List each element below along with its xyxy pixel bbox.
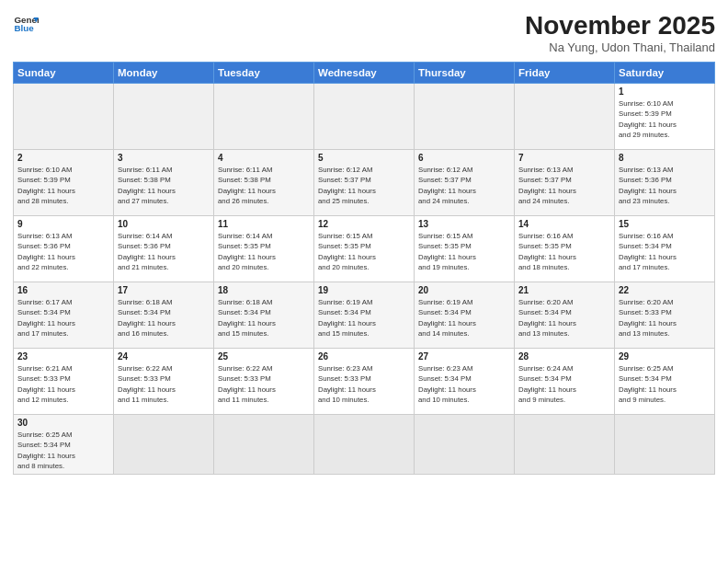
table-row (415, 415, 515, 475)
day-info: Sunrise: 6:10 AM Sunset: 5:39 PM Dayligh… (17, 165, 109, 206)
table-row: 12Sunrise: 6:15 AM Sunset: 5:35 PM Dayli… (314, 216, 415, 282)
day-number: 13 (418, 219, 510, 229)
day-number: 29 (619, 351, 711, 362)
table-row (314, 415, 415, 475)
table-row (314, 84, 415, 150)
table-row (114, 84, 214, 150)
day-info: Sunrise: 6:10 AM Sunset: 5:39 PM Dayligh… (619, 98, 711, 140)
day-number: 28 (518, 351, 610, 362)
calendar-week-row: 23Sunrise: 6:21 AM Sunset: 5:33 PM Dayli… (14, 349, 715, 415)
day-info: Sunrise: 6:18 AM Sunset: 5:34 PM Dayligh… (118, 297, 210, 339)
day-number: 24 (118, 351, 210, 362)
day-number: 2 (17, 153, 109, 163)
table-row: 10Sunrise: 6:14 AM Sunset: 5:36 PM Dayli… (114, 216, 214, 282)
table-row (615, 415, 715, 475)
table-row: 8Sunrise: 6:13 AM Sunset: 5:36 PM Daylig… (615, 150, 715, 216)
day-number: 16 (17, 285, 109, 295)
day-info: Sunrise: 6:25 AM Sunset: 5:34 PM Dayligh… (17, 430, 109, 471)
day-info: Sunrise: 6:19 AM Sunset: 5:34 PM Dayligh… (318, 297, 410, 339)
day-number: 7 (518, 153, 610, 163)
header-wednesday: Wednesday (314, 63, 415, 84)
day-number: 14 (518, 219, 610, 229)
logo: General Blue (13, 11, 39, 37)
table-row (415, 84, 515, 150)
header-saturday: Saturday (615, 63, 715, 84)
day-number: 4 (218, 153, 310, 163)
table-row (14, 84, 114, 150)
day-number: 6 (418, 153, 510, 163)
header: General Blue November 2025 Na Yung, Udon… (13, 11, 715, 54)
day-number: 8 (619, 153, 711, 163)
day-number: 23 (17, 351, 109, 362)
location: Na Yung, Udon Thani, Thailand (525, 40, 715, 54)
day-info: Sunrise: 6:15 AM Sunset: 5:35 PM Dayligh… (418, 231, 510, 272)
day-info: Sunrise: 6:22 AM Sunset: 5:33 PM Dayligh… (218, 363, 310, 405)
table-row: 27Sunrise: 6:23 AM Sunset: 5:34 PM Dayli… (415, 349, 515, 415)
table-row (515, 84, 615, 150)
day-info: Sunrise: 6:24 AM Sunset: 5:34 PM Dayligh… (518, 363, 610, 405)
table-row (214, 415, 314, 475)
table-row: 13Sunrise: 6:15 AM Sunset: 5:35 PM Dayli… (415, 216, 515, 282)
table-row: 6Sunrise: 6:12 AM Sunset: 5:37 PM Daylig… (415, 150, 515, 216)
table-row: 4Sunrise: 6:11 AM Sunset: 5:38 PM Daylig… (214, 150, 314, 216)
day-info: Sunrise: 6:12 AM Sunset: 5:37 PM Dayligh… (318, 165, 410, 206)
table-row: 9Sunrise: 6:13 AM Sunset: 5:36 PM Daylig… (14, 216, 114, 282)
calendar-week-row: 30Sunrise: 6:25 AM Sunset: 5:34 PM Dayli… (14, 415, 715, 475)
day-info: Sunrise: 6:23 AM Sunset: 5:34 PM Dayligh… (418, 363, 510, 405)
calendar-week-row: 1Sunrise: 6:10 AM Sunset: 5:39 PM Daylig… (14, 84, 715, 150)
table-row: 24Sunrise: 6:22 AM Sunset: 5:33 PM Dayli… (114, 349, 214, 415)
table-row: 5Sunrise: 6:12 AM Sunset: 5:37 PM Daylig… (314, 150, 415, 216)
day-info: Sunrise: 6:12 AM Sunset: 5:37 PM Dayligh… (418, 165, 510, 206)
day-number: 11 (218, 219, 310, 229)
day-info: Sunrise: 6:20 AM Sunset: 5:34 PM Dayligh… (518, 297, 610, 339)
calendar: Sunday Monday Tuesday Wednesday Thursday… (13, 62, 715, 475)
table-row: 28Sunrise: 6:24 AM Sunset: 5:34 PM Dayli… (515, 349, 615, 415)
day-number: 15 (619, 219, 711, 229)
day-info: Sunrise: 6:23 AM Sunset: 5:33 PM Dayligh… (318, 363, 410, 405)
calendar-week-row: 9Sunrise: 6:13 AM Sunset: 5:36 PM Daylig… (14, 216, 715, 282)
day-number: 22 (619, 285, 711, 295)
day-number: 1 (619, 86, 711, 97)
calendar-week-row: 16Sunrise: 6:17 AM Sunset: 5:34 PM Dayli… (14, 282, 715, 349)
table-row: 15Sunrise: 6:16 AM Sunset: 5:34 PM Dayli… (615, 216, 715, 282)
table-row: 22Sunrise: 6:20 AM Sunset: 5:33 PM Dayli… (615, 282, 715, 349)
day-info: Sunrise: 6:18 AM Sunset: 5:34 PM Dayligh… (218, 297, 310, 339)
day-number: 5 (318, 153, 410, 163)
day-info: Sunrise: 6:21 AM Sunset: 5:33 PM Dayligh… (17, 363, 109, 405)
table-row: 19Sunrise: 6:19 AM Sunset: 5:34 PM Dayli… (314, 282, 415, 349)
day-number: 12 (318, 219, 410, 229)
day-number: 18 (218, 285, 310, 295)
month-title: November 2025 (525, 11, 715, 40)
day-number: 19 (318, 285, 410, 295)
table-row: 3Sunrise: 6:11 AM Sunset: 5:38 PM Daylig… (114, 150, 214, 216)
table-row (114, 415, 214, 475)
day-info: Sunrise: 6:20 AM Sunset: 5:33 PM Dayligh… (619, 297, 711, 339)
day-number: 10 (118, 219, 210, 229)
table-row: 11Sunrise: 6:14 AM Sunset: 5:35 PM Dayli… (214, 216, 314, 282)
day-info: Sunrise: 6:11 AM Sunset: 5:38 PM Dayligh… (218, 165, 310, 206)
day-number: 20 (418, 285, 510, 295)
day-info: Sunrise: 6:16 AM Sunset: 5:35 PM Dayligh… (518, 231, 610, 272)
table-row: 23Sunrise: 6:21 AM Sunset: 5:33 PM Dayli… (14, 349, 114, 415)
logo-icon: General Blue (13, 11, 39, 37)
table-row: 7Sunrise: 6:13 AM Sunset: 5:37 PM Daylig… (515, 150, 615, 216)
header-tuesday: Tuesday (214, 63, 314, 84)
header-monday: Monday (114, 63, 214, 84)
title-block: November 2025 Na Yung, Udon Thani, Thail… (525, 11, 715, 54)
day-info: Sunrise: 6:14 AM Sunset: 5:35 PM Dayligh… (218, 231, 310, 272)
table-row: 1Sunrise: 6:10 AM Sunset: 5:39 PM Daylig… (615, 84, 715, 150)
table-row: 16Sunrise: 6:17 AM Sunset: 5:34 PM Dayli… (14, 282, 114, 349)
day-number: 30 (17, 418, 109, 428)
day-number: 26 (318, 351, 410, 362)
table-row (515, 415, 615, 475)
day-info: Sunrise: 6:17 AM Sunset: 5:34 PM Dayligh… (17, 297, 109, 339)
table-row: 25Sunrise: 6:22 AM Sunset: 5:33 PM Dayli… (214, 349, 314, 415)
header-friday: Friday (515, 63, 615, 84)
day-number: 9 (17, 219, 109, 229)
table-row: 26Sunrise: 6:23 AM Sunset: 5:33 PM Dayli… (314, 349, 415, 415)
header-sunday: Sunday (14, 63, 114, 84)
table-row: 14Sunrise: 6:16 AM Sunset: 5:35 PM Dayli… (515, 216, 615, 282)
table-row (214, 84, 314, 150)
table-row: 29Sunrise: 6:25 AM Sunset: 5:34 PM Dayli… (615, 349, 715, 415)
day-info: Sunrise: 6:11 AM Sunset: 5:38 PM Dayligh… (118, 165, 210, 206)
